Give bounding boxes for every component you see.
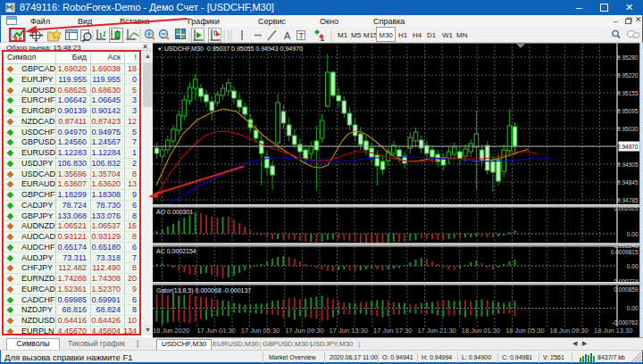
svg-text:18 Jun 13:30: 18 Jun 13:30 <box>594 327 632 335</box>
svg-text:0.00: 0.00 <box>627 231 639 237</box>
svg-text:0.94845: 0.94845 <box>617 179 639 186</box>
svg-text:USDCHF,M30 0.95037 0.95055 0.: USDCHF,M30 0.95037 0.95055 0.94943 0.949… <box>164 46 303 52</box>
svg-text:0.94970: 0.94970 <box>617 144 639 150</box>
svg-text:0.00: 0.00 <box>627 263 639 269</box>
svg-text:16 Jun 2020: 16 Jun 2020 <box>153 327 189 335</box>
svg-text:0.95220: 0.95220 <box>617 72 639 79</box>
svg-text:0.00: 0.00 <box>627 305 639 311</box>
svg-text:0.002025: 0.002025 <box>614 205 638 211</box>
svg-text:17 Jun 21:30: 17 Jun 21:30 <box>417 327 455 335</box>
svg-text:18 Jun 09:30: 18 Jun 09:30 <box>550 327 589 335</box>
svg-text:0.95155: 0.95155 <box>617 90 639 96</box>
svg-text:17 Jun 09:30: 17 Jun 09:30 <box>285 327 323 335</box>
svg-text:-0.000762: -0.000762 <box>612 319 639 326</box>
svg-text:0.0009815: 0.0009815 <box>611 249 639 255</box>
svg-text:0.94905: 0.94905 <box>617 161 639 168</box>
svg-text:Gator(13,8,5) 0.000068 -0.0001: Gator(13,8,5) 0.000068 -0.000137 <box>156 287 251 294</box>
svg-text:17 Jun 13:30: 17 Jun 13:30 <box>330 327 368 335</box>
svg-text:0.95095: 0.95095 <box>617 108 639 114</box>
svg-text:17 Jun 01:30: 17 Jun 01:30 <box>196 327 235 335</box>
svg-text:-0.001246: -0.001246 <box>612 243 639 249</box>
svg-text:0.95030: 0.95030 <box>617 126 639 132</box>
svg-text:▼: ▼ <box>157 46 162 52</box>
svg-text:0.94785: 0.94785 <box>617 197 639 203</box>
svg-text:0.000859: 0.000859 <box>614 286 638 293</box>
svg-text:-0.000774: -0.000774 <box>612 278 639 285</box>
svg-text:18 Jun 01:30: 18 Jun 01:30 <box>462 327 500 335</box>
svg-text:17 Jun 05:30: 17 Jun 05:30 <box>241 327 280 335</box>
svg-text:0.95280: 0.95280 <box>617 54 639 61</box>
svg-text:AC 0.0002154: AC 0.0002154 <box>156 248 196 254</box>
svg-text:18 Jun 05:30: 18 Jun 05:30 <box>505 327 544 335</box>
svg-text:17 Jun 17:30: 17 Jun 17:30 <box>373 327 412 335</box>
svg-text:AO 0.000301: AO 0.000301 <box>156 209 193 215</box>
